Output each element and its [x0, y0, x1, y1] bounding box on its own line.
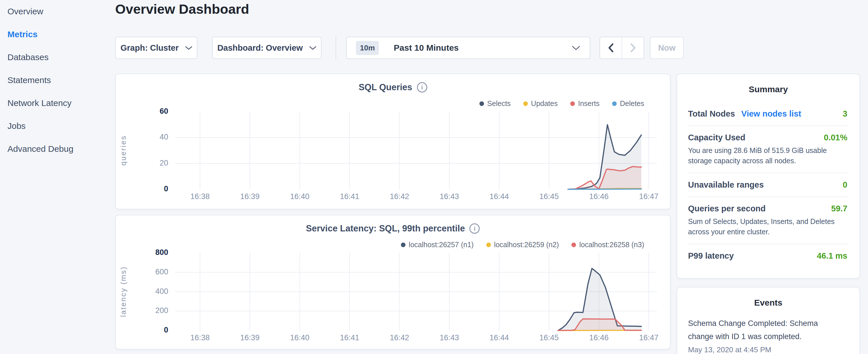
summary-row-total-nodes: Total NodesView nodes list3 [688, 102, 847, 125]
summary-label: P99 latency [688, 251, 734, 261]
dashboard-dropdown-label: Dashboard: Overview [217, 43, 303, 53]
chart-plot-area[interactable] [116, 215, 671, 350]
page: OverviewMetricsDatabasesStatementsNetwor… [0, 0, 868, 354]
summary-row-capacity-used: Capacity Used0.01%You are using 28.6 MiB… [688, 125, 847, 173]
time-range-badge: 10m [356, 41, 379, 55]
graph-dropdown-label: Graph: Cluster [120, 43, 179, 53]
events-title: Events [677, 298, 859, 308]
summary-label: Capacity Used [688, 133, 745, 142]
summary-label: Total Nodes [688, 109, 735, 119]
prev-time-button[interactable] [600, 37, 622, 58]
summary-row-head: Capacity Used0.01% [688, 133, 847, 142]
chevron-down-icon [572, 45, 580, 51]
chevron-right-icon [630, 43, 636, 53]
chevron-left-icon [608, 43, 614, 53]
graph-dropdown[interactable]: Graph: Cluster [115, 37, 197, 59]
summary-value: 46.1 ms [817, 251, 847, 261]
toolbar-divider [336, 37, 336, 59]
time-range-label: Past 10 Minutes [394, 43, 459, 53]
event-item: Schema Change Completed: Schema change w… [688, 317, 847, 354]
summary-value: 59.7 [831, 204, 847, 213]
event-list: Schema Change Completed: Schema change w… [688, 317, 847, 354]
event-timestamp: May 13, 2020 at 4:45 PM [688, 345, 847, 354]
page-title: Overview Dashboard [115, 1, 249, 17]
sidebar-item-metrics[interactable]: Metrics [0, 23, 115, 46]
summary-row-unavailable-ranges: Unavailable ranges0 [688, 173, 847, 196]
dashboard-dropdown[interactable]: Dashboard: Overview [212, 37, 321, 59]
sidebar-item-databases[interactable]: Databases [0, 46, 115, 69]
sql-queries-chart-card: SQL QueriesiSelectsUpdatesInsertsDeletes… [115, 74, 671, 210]
event-text: Schema Change Completed: Schema change w… [688, 317, 833, 343]
sidebar: OverviewMetricsDatabasesStatementsNetwor… [0, 0, 115, 354]
time-step-buttons [599, 37, 644, 59]
gridlines [175, 112, 657, 189]
events-panel: Events Schema Change Completed: Schema c… [677, 287, 860, 354]
summary-value: 3 [843, 109, 847, 119]
summary-description: You are using 28.6 MiB of 515.9 GiB usab… [688, 145, 847, 166]
time-range-dropdown[interactable]: 10m Past 10 Minutes [346, 37, 590, 59]
sidebar-item-overview[interactable]: Overview [0, 0, 115, 23]
summary-link[interactable]: View nodes list [741, 109, 801, 119]
summary-rows: Total NodesView nodes list3Capacity Used… [688, 102, 847, 267]
summary-label: Unavailable ranges [688, 180, 764, 190]
summary-row-head: P99 latency46.1 ms [688, 251, 847, 261]
sidebar-item-network-latency[interactable]: Network Latency [0, 92, 115, 115]
sidebar-item-jobs[interactable]: Jobs [0, 115, 115, 137]
summary-row-p99-latency: P99 latency46.1 ms [688, 244, 847, 267]
summary-row-queries-per-second: Queries per second59.7Sum of Selects, Up… [688, 196, 847, 244]
chart-plot-area[interactable] [116, 74, 671, 210]
chevron-down-icon [185, 46, 192, 50]
summary-row-head: Queries per second59.7 [688, 204, 847, 213]
now-button[interactable]: Now [650, 37, 684, 59]
summary-title: Summary [677, 85, 859, 94]
chevron-down-icon [309, 46, 316, 50]
summary-row-head: Total NodesView nodes list3 [688, 109, 847, 119]
summary-value: 0 [843, 180, 847, 190]
summary-label: Queries per second [688, 204, 766, 213]
summary-description: Sum of Selects, Updates, Inserts, and De… [688, 216, 847, 237]
summary-panel: Summary Total NodesView nodes list3Capac… [677, 74, 860, 279]
sidebar-item-statements[interactable]: Statements [0, 69, 115, 92]
series-deletes-line [568, 189, 641, 189]
sidebar-item-advanced-debug[interactable]: Advanced Debug [0, 137, 115, 160]
summary-row-head: Unavailable ranges0 [688, 180, 847, 190]
next-time-button[interactable] [622, 37, 644, 58]
summary-value: 0.01% [824, 133, 847, 142]
service-latency-chart-card: Service Latency: SQL, 99th percentileilo… [115, 215, 671, 349]
